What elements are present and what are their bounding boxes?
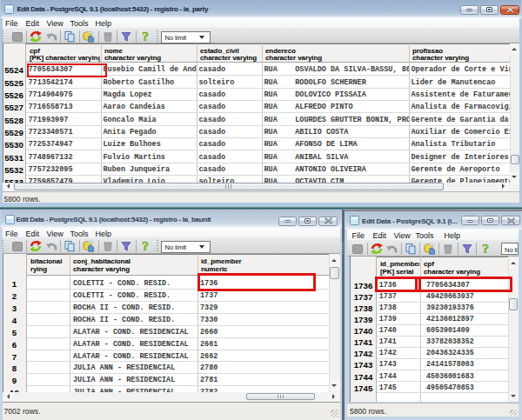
svg-text:?: ?: [142, 30, 149, 43]
svg-text:?: ?: [142, 240, 149, 252]
svg-text:?: ?: [482, 243, 489, 255]
